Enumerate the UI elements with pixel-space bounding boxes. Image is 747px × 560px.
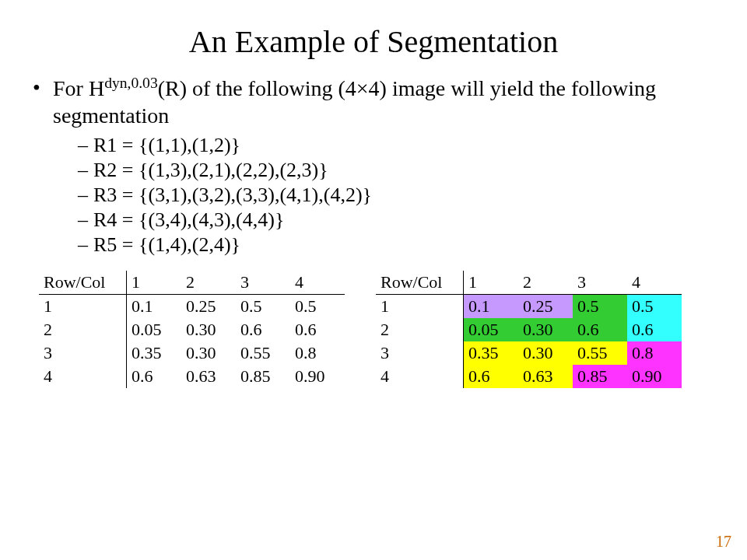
cell: 0.55: [573, 341, 627, 365]
row-label: 3: [39, 341, 127, 365]
cell: 0.6: [464, 365, 519, 388]
cell: 0.05: [127, 318, 182, 341]
cell: 0.35: [127, 341, 182, 365]
list-item: R5 = {(1,4),(2,4)}: [78, 233, 716, 257]
cell: 0.6: [290, 318, 345, 341]
table-row: 4 0.6 0.63 0.85 0.90: [39, 365, 345, 388]
cell: 0.1: [464, 295, 519, 319]
cell: 0.6: [573, 318, 627, 341]
row-label: 4: [376, 365, 464, 388]
cell: 0.6: [127, 365, 182, 388]
table-header: 1: [127, 271, 182, 295]
cell: 0.63: [181, 365, 236, 388]
cell: 0.30: [181, 318, 236, 341]
cell: 0.5: [573, 295, 627, 319]
row-label: 4: [39, 365, 127, 388]
page-title: An Example of Segmentation: [31, 23, 716, 60]
cell: 0.5: [290, 295, 345, 319]
row-label: 2: [39, 318, 127, 341]
cell: 0.30: [518, 318, 573, 341]
table-header: Row/Col: [376, 271, 464, 295]
table-plain: Row/Col 1 2 3 4 1 0.1 0.25 0.5 0.5 2 0.0: [39, 271, 345, 388]
table-row: 3 0.35 0.30 0.55 0.8: [376, 341, 682, 365]
row-label: 2: [376, 318, 464, 341]
table-row: 4 0.6 0.63 0.85 0.90: [376, 365, 682, 388]
list-item: R2 = {(1,3),(2,1),(2,2),(2,3)}: [78, 159, 716, 182]
table-header: 3: [573, 271, 627, 295]
table-segmented: Row/Col 1 2 3 4 1 0.1 0.25 0.5 0.5 2 0.0: [376, 271, 682, 388]
cell: 0.8: [290, 341, 345, 365]
table-header: 4: [290, 271, 345, 295]
cell: 0.5: [627, 295, 682, 319]
cell: 0.90: [290, 365, 345, 388]
cell: 0.30: [181, 341, 236, 365]
cell: 0.35: [464, 341, 519, 365]
cell: 0.05: [464, 318, 519, 341]
table-header: 1: [464, 271, 519, 295]
table-row: 2 0.05 0.30 0.6 0.6: [376, 318, 682, 341]
table-row: 2 0.05 0.30 0.6 0.6: [39, 318, 345, 341]
table-header: 3: [236, 271, 290, 295]
cell: 0.63: [518, 365, 573, 388]
cell: 0.30: [518, 341, 573, 365]
list-item: R4 = {(3,4),(4,3),(4,4)}: [78, 208, 716, 232]
table-header: 2: [518, 271, 573, 295]
list-item: R1 = {(1,1),(1,2)}: [78, 134, 716, 157]
cell: 0.6: [627, 318, 682, 341]
cell: 0.85: [236, 365, 290, 388]
intro-text: For Hdyn,0.03(R) of the following (4×4) …: [31, 74, 716, 129]
row-label: 1: [39, 295, 127, 319]
cell: 0.25: [181, 295, 236, 319]
cell: 0.25: [518, 295, 573, 319]
list-item: R3 = {(3,1),(3,2),(3,3),(4,1),(4,2)}: [78, 184, 716, 207]
cell: 0.5: [236, 295, 290, 319]
table-header: Row/Col: [39, 271, 127, 295]
table-row: 3 0.35 0.30 0.55 0.8: [39, 341, 345, 365]
table-header: 2: [181, 271, 236, 295]
cell: 0.55: [236, 341, 290, 365]
cell: 0.85: [573, 365, 627, 388]
page-number: 17: [716, 533, 731, 551]
region-list: R1 = {(1,1),(1,2)} R2 = {(1,3),(2,1),(2,…: [31, 134, 716, 257]
table-row: 1 0.1 0.25 0.5 0.5: [39, 295, 345, 319]
cell: 0.1: [127, 295, 182, 319]
row-label: 1: [376, 295, 464, 319]
cell: 0.90: [627, 365, 682, 388]
table-row: 1 0.1 0.25 0.5 0.5: [376, 295, 682, 319]
cell: 0.6: [236, 318, 290, 341]
table-header: 4: [627, 271, 682, 295]
row-label: 3: [376, 341, 464, 365]
cell: 0.8: [627, 341, 682, 365]
